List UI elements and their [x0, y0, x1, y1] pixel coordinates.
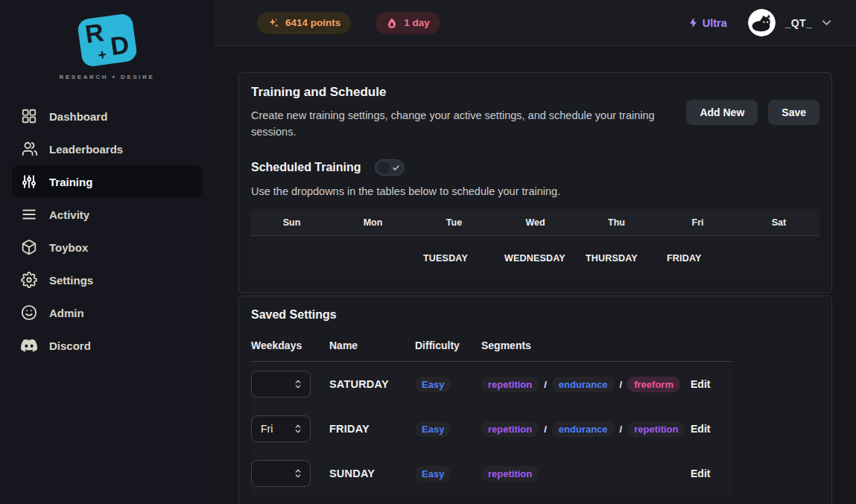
segment-badge: repetition: [627, 421, 685, 437]
scheduled-training-toggle[interactable]: [375, 159, 405, 176]
sidebar-nav: Dashboard Leaderboards Training Activity: [0, 100, 214, 362]
week-header-cell: Mon: [332, 209, 413, 235]
gear-icon: [21, 272, 37, 288]
weekday-select[interactable]: Fri: [251, 415, 311, 442]
cube-icon: [21, 239, 37, 255]
difficulty-badge: Easy: [415, 377, 451, 392]
segment-separator: /: [620, 379, 623, 390]
unfold-icon: [292, 423, 304, 435]
week-cell-fri[interactable]: FRIDAY: [657, 236, 738, 281]
saved-settings-table: Weekdays Name Difficulty Segments: [251, 328, 732, 496]
week-cell-thu[interactable]: THURSDAY: [576, 236, 657, 281]
smiley-icon: [21, 304, 37, 321]
segment-badge: repetition: [481, 466, 539, 482]
column-header-weekdays: Weekdays: [251, 339, 329, 351]
weekday-select[interactable]: [251, 371, 311, 398]
difficulty-badge: Easy: [415, 421, 451, 437]
table-row: Fri FRIDAY Easy repetition / endurance: [251, 406, 732, 451]
week-cell-wed[interactable]: WEDNESDAY: [495, 236, 576, 281]
sidebar-item-admin[interactable]: Admin: [12, 296, 202, 329]
sidebar-item-discord[interactable]: Discord: [12, 329, 202, 362]
saved-settings-card: Saved Settings Weekdays Name Difficulty …: [238, 296, 832, 504]
chevron-down-icon[interactable]: [819, 16, 834, 30]
sidebar: R D + RESEARCH + DESIRE Dashboard Leader…: [0, 0, 214, 504]
scheduled-training-title: Scheduled Training: [251, 161, 361, 174]
sidebar-item-settings[interactable]: Settings: [12, 264, 202, 296]
week-header-cell: Thu: [576, 209, 657, 235]
sidebar-item-leaderboards[interactable]: Leaderboards: [12, 133, 202, 165]
main-area: 6414 points 1 day Ultra: [214, 0, 856, 504]
logo[interactable]: R D + RESEARCH + DESIRE: [0, 16, 214, 80]
saved-settings-header-row: Weekdays Name Difficulty Segments: [251, 328, 732, 362]
week-schedule-table: Sun Mon Tue Wed Thu Fri Sat TUESDAY WEDN…: [251, 209, 819, 281]
fire-icon: [386, 17, 398, 29]
setting-name: SATURDAY: [329, 378, 389, 390]
sidebar-item-label: Training: [49, 176, 92, 188]
segment-badge: endurance: [552, 377, 615, 392]
week-cell-tue[interactable]: TUESDAY: [413, 236, 495, 281]
week-cell-mon[interactable]: [332, 236, 413, 281]
week-header-cell: Tue: [413, 209, 495, 235]
edit-button[interactable]: Edit: [691, 378, 710, 390]
weekday-select[interactable]: [251, 460, 311, 487]
plan-label: Ultra: [703, 17, 727, 29]
training-card: Training and Schedule Create new trainin…: [238, 72, 832, 293]
edit-button[interactable]: Edit: [691, 423, 710, 435]
logo-mark: R D +: [76, 13, 137, 68]
logo-caption: RESEARCH + DESIRE: [60, 74, 155, 80]
sidebar-item-toybox[interactable]: Toybox: [12, 231, 202, 264]
lightning-icon: [688, 17, 699, 28]
card-title: Training and Schedule: [251, 85, 668, 100]
grid-icon: [21, 108, 37, 124]
toggle-knob: [378, 162, 390, 173]
week-cell-sat[interactable]: [738, 236, 819, 281]
table-row: SATURDAY Easy repetition / endurance / f…: [251, 362, 732, 406]
setting-name: FRIDAY: [329, 423, 370, 435]
column-header-difficulty: Difficulty: [415, 339, 481, 351]
users-icon: [21, 141, 37, 157]
edit-button[interactable]: Edit: [691, 468, 710, 479]
sidebar-item-label: Toybox: [49, 241, 88, 254]
unfold-icon: [292, 378, 304, 390]
app-root: R D + RESEARCH + DESIRE Dashboard Leader…: [0, 0, 856, 504]
streak-badge-label: 1 day: [404, 17, 430, 28]
saved-settings-title: Saved Settings: [251, 308, 819, 322]
save-button[interactable]: Save: [768, 100, 819, 125]
sidebar-item-label: Admin: [49, 307, 84, 319]
discord-icon: [21, 337, 37, 354]
unfold-icon: [292, 468, 304, 479]
sidebar-item-label: Discord: [49, 339, 91, 352]
sidebar-item-activity[interactable]: Activity: [12, 198, 202, 231]
sliders-icon: [21, 173, 37, 190]
sidebar-item-label: Leaderboards: [49, 143, 123, 156]
content: Training and Schedule Create new trainin…: [214, 46, 856, 504]
segment-badge: endurance: [552, 421, 615, 437]
points-badge: 6414 points: [257, 12, 351, 34]
sidebar-item-label: Dashboard: [49, 110, 107, 123]
week-header-cell: Wed: [495, 209, 576, 235]
sparkles-icon: [267, 17, 279, 29]
logo-letter-r: R: [83, 18, 105, 49]
week-header-cell: Sat: [738, 209, 819, 235]
segment-separator: /: [544, 379, 547, 390]
week-cell-sun[interactable]: [251, 236, 332, 281]
segment-badge: freeform: [627, 377, 680, 392]
segment-separator: /: [544, 424, 547, 435]
logo-plus: +: [97, 46, 107, 63]
plan-badge[interactable]: Ultra: [688, 17, 727, 29]
username[interactable]: _QT_: [785, 17, 812, 29]
segment-badge: repetition: [481, 421, 539, 437]
weekday-select-value: Fri: [261, 423, 273, 435]
week-header-cell: Sun: [251, 209, 332, 235]
streak-badge: 1 day: [375, 12, 440, 34]
topbar: 6414 points 1 day Ultra: [214, 0, 856, 46]
column-header-name: Name: [329, 339, 415, 351]
week-header-cell: Fri: [657, 209, 738, 235]
sidebar-item-training[interactable]: Training: [12, 165, 202, 198]
sidebar-item-dashboard[interactable]: Dashboard: [12, 100, 202, 133]
segment-separator: /: [620, 424, 623, 435]
column-header-segments: Segments: [481, 339, 691, 351]
avatar[interactable]: [748, 9, 776, 36]
add-new-button[interactable]: Add New: [686, 100, 758, 125]
week-header-row: Sun Mon Tue Wed Thu Fri Sat: [251, 209, 819, 236]
